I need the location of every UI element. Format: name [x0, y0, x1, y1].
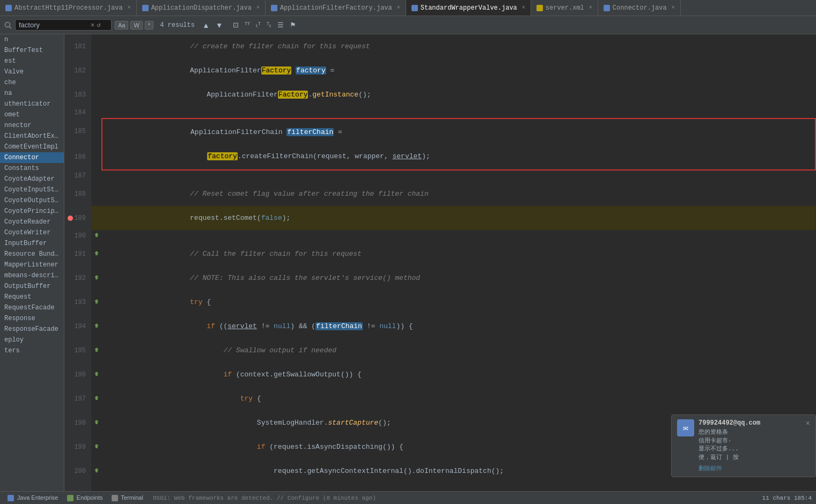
filter-btn-5[interactable]: ☰ [275, 20, 286, 30]
sidebar-item[interactable]: Constants [0, 163, 64, 174]
sidebar-item[interactable]: BufferTest [0, 45, 64, 56]
table-row: 189 request.setComet(false); [64, 206, 815, 230]
code-token: try [157, 395, 253, 403]
tab-bar: AbstractHttp11Processor.java × Applicati… [0, 0, 816, 16]
tab-connectorjava[interactable]: Connector.java × [598, 0, 681, 16]
table-row: 201 } else if (comet) { [64, 483, 815, 491]
sidebar-item[interactable]: OutputBuffer [0, 281, 64, 292]
tab-label: StandardWrapperValve.java [421, 4, 517, 12]
status-info: 11 chars 185:4 [762, 495, 812, 501]
code-token-match: Factory [261, 66, 292, 75]
sidebar-item[interactable]: InputBuffer [0, 238, 64, 249]
tab-appfilterfactory[interactable]: ApplicationFilterFactory.java × [266, 0, 406, 16]
arrow-down-icon [93, 346, 100, 353]
sidebar-item[interactable]: CoyotePrincipal [0, 206, 64, 217]
arrow-cell [91, 58, 102, 83]
close-icon[interactable]: × [397, 5, 400, 11]
sidebar-item[interactable]: CoyoteWriter [0, 227, 64, 238]
code-token: servlet [227, 322, 257, 330]
regex-btn[interactable]: * [145, 21, 153, 29]
line-number: 195 [64, 338, 91, 362]
notification-close-btn[interactable]: × [806, 419, 810, 428]
notification-actions: 删除邮件 [699, 464, 802, 472]
sidebar-item[interactable]: Resource Bundle ' [0, 249, 64, 260]
code-token: null [379, 322, 396, 330]
search-refresh-btn[interactable]: ↺ [97, 21, 100, 29]
sidebar-item[interactable]: RequestFacade [0, 302, 64, 313]
terminal-icon [112, 495, 118, 501]
sidebar-item[interactable]: CometEventImpl [0, 142, 64, 152]
sidebar-item[interactable]: mbeans-descriptc [0, 270, 64, 281]
arrow-cell [91, 230, 102, 242]
sidebar-item[interactable]: Response [0, 313, 64, 324]
svg-marker-3 [94, 251, 99, 255]
code-token: (( [215, 322, 227, 330]
sidebar-item[interactable]: n [0, 34, 64, 45]
sidebar-item[interactable]: che [0, 77, 64, 88]
filter-btn-1[interactable]: ⊡ [231, 20, 241, 30]
arrow-cell [91, 242, 102, 266]
search-input[interactable] [19, 21, 89, 29]
code-token: (context.getSwallowOutput()) { [232, 370, 362, 379]
close-icon[interactable]: × [256, 5, 260, 11]
sidebar-item[interactable]: ResponseFacade [0, 324, 64, 335]
filter-btn-3[interactable]: ₜᵀ [254, 20, 263, 30]
sidebar-item[interactable]: nnector [0, 120, 64, 131]
sidebar-item[interactable]: CoyoteReader [0, 217, 64, 227]
code-line: // create the filter chain for this requ… [102, 34, 815, 58]
table-row: 181 // create the filter chain for this … [64, 34, 815, 58]
delete-email-action[interactable]: 删除邮件 [699, 464, 722, 472]
sidebar-item[interactable]: CoyoteInputStrea [0, 184, 64, 195]
sidebar-item-connector[interactable]: Connector [0, 152, 64, 163]
sidebar-item[interactable]: na [0, 88, 64, 99]
line-number: 200 [64, 459, 91, 483]
close-icon[interactable]: × [128, 5, 131, 11]
code-token: null [274, 322, 290, 330]
prev-result-btn[interactable]: ▲ [200, 20, 212, 30]
search-clear-btn[interactable]: ✕ [91, 21, 94, 29]
table-row: 192 // NOTE: This also calls the servlet… [64, 266, 815, 290]
filter-btn-2[interactable]: ᵀᵀ [242, 20, 252, 30]
code-token: ) && ( [290, 322, 315, 330]
sidebar-item[interactable]: CoyoteAdapter [0, 174, 64, 184]
filter-btn-6[interactable]: ⚑ [288, 20, 298, 30]
sidebar-item[interactable]: ters [0, 345, 64, 356]
code-token: // Call the filter chain for this reques… [157, 250, 362, 258]
sidebar-item[interactable]: eploy [0, 335, 64, 345]
match-case-btn[interactable]: Aa [115, 21, 128, 29]
java-icon [411, 5, 418, 11]
close-icon[interactable]: × [522, 5, 525, 11]
code-token: // Reset comet flag value after creating… [157, 190, 429, 198]
sidebar-item[interactable]: CoyoteOutputStre [0, 195, 64, 206]
terminal-tab[interactable]: Terminal [108, 492, 146, 505]
arrow-cell [91, 362, 102, 387]
sidebar-item[interactable]: MapperListener [0, 260, 64, 270]
filter-btn-4[interactable]: ᵀₜ [264, 20, 274, 30]
tab-standardwrapper[interactable]: StandardWrapperValve.java × [406, 0, 531, 16]
sidebar-item[interactable]: est [0, 56, 64, 66]
line-number: 193 [64, 290, 91, 314]
tab-abstracthttp[interactable]: AbstractHttp11Processor.java × [0, 0, 137, 16]
code-line: // Call the filter chain for this reques… [102, 242, 815, 266]
sidebar-item[interactable]: uthenticator [0, 99, 64, 109]
next-result-btn[interactable]: ▼ [214, 20, 225, 30]
whole-word-btn[interactable]: W [130, 21, 142, 29]
close-icon[interactable]: × [672, 5, 675, 11]
tab-serverxml[interactable]: server.xml × [531, 0, 598, 16]
notification-title: 799924492@qq.com [699, 419, 802, 427]
close-icon[interactable]: × [589, 5, 592, 11]
endpoints-tab[interactable]: Endpoints [64, 492, 106, 505]
svg-marker-12 [94, 468, 99, 472]
sidebar-item[interactable]: Request [0, 292, 64, 302]
java-enterprise-tab[interactable]: Java Enterprise [4, 492, 62, 505]
sidebar-item[interactable]: Valve [0, 66, 64, 77]
sidebar-item[interactable]: ClientAbortExcep [0, 131, 64, 142]
tab-appdispatcher[interactable]: ApplicationDispatcher.java × [137, 0, 266, 16]
arrow-down-icon [93, 250, 100, 256]
svg-marker-10 [94, 420, 99, 424]
arrow-cell [91, 266, 102, 290]
sidebar-item[interactable]: omet [0, 109, 64, 120]
status-bar: Java Enterprise Endpoints Terminal OSGi:… [0, 491, 816, 504]
code-token: != [363, 322, 379, 330]
line-number: 188 [64, 182, 91, 206]
